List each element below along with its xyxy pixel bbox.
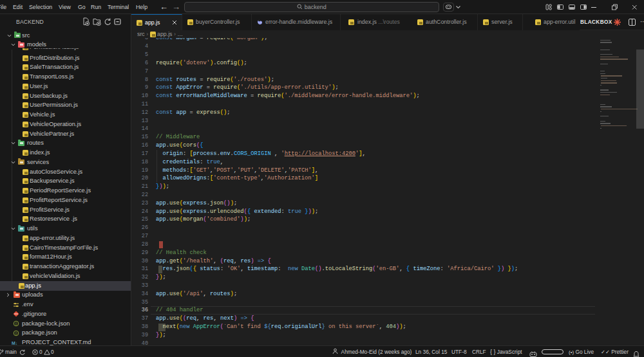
svg-text:{}: {} — [15, 331, 17, 335]
svg-text:{}: {} — [15, 322, 17, 325]
